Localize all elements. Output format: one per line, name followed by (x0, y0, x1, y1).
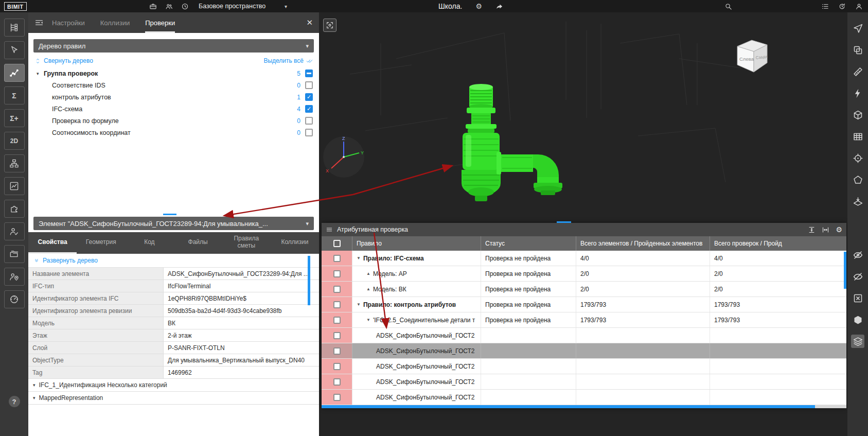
settings-gear-icon[interactable]: ⚙ (475, 3, 482, 10)
property-value[interactable]: 509db35a-ba2d-4d4f-93d3-9c4cabe938fb (164, 305, 319, 317)
tree-item-checkbox[interactable] (305, 69, 313, 77)
tool-model-tree[interactable] (4, 19, 25, 37)
property-value[interactable]: ADSK_СифонБутылочный_ГОСТ23289-94:Для ..… (164, 268, 319, 280)
projects-briefcase-icon[interactable] (149, 3, 157, 10)
tree-item[interactable]: Соответствие IDS 0 (33, 79, 314, 91)
tool-select-cursor[interactable] (4, 41, 25, 59)
tree-item[interactable]: контроль атрибутов 1 (33, 91, 314, 103)
properties-scrollbar[interactable] (308, 256, 310, 305)
property-value[interactable]: ВК (164, 317, 319, 329)
tool-hierarchy[interactable] (4, 154, 25, 172)
history-clock-icon[interactable] (181, 3, 189, 10)
tree-item-checkbox[interactable] (305, 81, 313, 89)
tree-item-checkbox[interactable] (305, 93, 313, 101)
rules-tree-header[interactable]: Дерево правил ▾ (33, 39, 314, 53)
cube-face-label[interactable]: Слева (739, 56, 754, 62)
row-checkbox[interactable] (333, 332, 341, 339)
tool-measure[interactable] (851, 65, 864, 78)
panel-tab[interactable]: Проверки (145, 12, 175, 33)
tool-2d-view[interactable]: 2D (4, 132, 25, 150)
tool-polygon-select[interactable] (851, 173, 864, 186)
tree-item[interactable]: Проверка по формуле 0 (33, 115, 314, 127)
property-value[interactable]: IfcFlowTerminal (164, 280, 319, 292)
sync-history-icon[interactable] (838, 3, 846, 10)
row-checkbox[interactable] (333, 378, 341, 386)
tree-item[interactable]: Соотносимость координат 0 (33, 127, 314, 138)
tool-plugins[interactable] (4, 200, 25, 218)
help-button[interactable]: ? (9, 396, 20, 407)
tool-sum-add[interactable]: Σ+ (4, 109, 25, 127)
column-header-elements[interactable]: Всего элементов / Пройденных элементов (576, 236, 710, 251)
navigation-cube[interactable]: Слева Сзади (733, 35, 770, 76)
element-tab[interactable]: Файлы (174, 232, 222, 254)
row-marker[interactable]: ▼ (357, 302, 361, 307)
horizontal-scrollbar[interactable] (322, 405, 815, 408)
tree-item[interactable]: IFC-схема 4 (33, 103, 314, 115)
table-row[interactable]: ADSK_СифонБутылочный_ГОСТ2 (322, 390, 846, 405)
table-row[interactable]: ADSK_СифонБутылочный_ГОСТ2 (322, 328, 846, 343)
element-tab[interactable]: Свойства (28, 232, 77, 254)
row-checkbox[interactable] (333, 270, 341, 277)
tool-copy-view[interactable] (851, 43, 864, 57)
tool-checks-module[interactable] (4, 64, 25, 82)
tool-projects-folders[interactable] (4, 245, 25, 263)
list-menu-icon[interactable] (821, 3, 829, 10)
panel-resize-handle[interactable] (163, 214, 176, 215)
axis-gizmo[interactable]: Z Y X (323, 136, 364, 178)
tree-item-checkbox[interactable] (305, 117, 313, 125)
table-row[interactable]: ▲ Модель: ВК Проверка не пройдена 2/0 2/… (322, 282, 846, 297)
property-group[interactable]: ▾ IFC_1_Идентификация Несколько категори… (28, 379, 319, 392)
row-checkbox[interactable] (333, 301, 341, 308)
table-menu-icon[interactable] (326, 226, 333, 233)
tool-isolate[interactable] (851, 313, 864, 326)
table-settings-gear-icon[interactable]: ⚙ (836, 226, 842, 233)
property-value[interactable]: Для умывальника_Вертикальный выпуск_DN40 (164, 354, 319, 366)
tool-user-tasks[interactable] (4, 222, 25, 240)
property-value[interactable]: 1eQPH8Ri97QBBMtIDHiYe$ (164, 292, 319, 304)
select-all-checkbox[interactable] (333, 240, 341, 247)
share-icon[interactable] (495, 3, 503, 10)
property-value[interactable]: 2-й этаж (164, 329, 319, 341)
row-marker[interactable]: ▼ (366, 318, 370, 322)
element-tab[interactable]: Код (125, 232, 173, 254)
row-marker[interactable]: ▼ (357, 256, 361, 260)
column-header-rule[interactable]: Правило (352, 236, 481, 251)
table-row[interactable]: ADSK_СифонБутылочный_ГОСТ2 (322, 374, 846, 390)
column-header-status[interactable]: Статус (481, 236, 576, 251)
panel-tab[interactable]: Коллизии (100, 12, 130, 33)
table-row[interactable]: ▼ Правило: IFC-схема Проверка не пройден… (322, 251, 846, 266)
user-profile-icon[interactable] (855, 3, 863, 10)
close-panel-icon[interactable]: ✕ (306, 18, 313, 27)
zoom-extents-button[interactable] (323, 19, 336, 32)
tool-clip-plane[interactable] (851, 195, 864, 208)
tool-charts[interactable] (4, 177, 25, 195)
element-tab[interactable]: Коллизии (271, 232, 319, 254)
panel-menu-icon[interactable] (34, 18, 44, 27)
vertical-scrollbar[interactable] (844, 252, 846, 289)
tree-item-checkbox[interactable] (305, 105, 313, 113)
property-value[interactable]: 1469962 (164, 367, 319, 378)
row-checkbox[interactable] (333, 286, 341, 293)
fit-width-icon[interactable] (822, 226, 829, 234)
fit-height-icon[interactable] (808, 226, 816, 234)
tool-dashboard[interactable] (4, 290, 25, 308)
collaboration-users-icon[interactable] (165, 3, 173, 10)
tree-item-checkbox[interactable] (305, 129, 313, 136)
tool-layers[interactable] (851, 335, 864, 348)
element-selector[interactable]: Элемент "ADSK_СифонБутылочный_ГОСТ23289-… (33, 217, 314, 230)
row-checkbox[interactable] (333, 394, 341, 401)
panel-tab[interactable]: Настройки (52, 12, 85, 33)
table-row[interactable]: ADSK_СифонБутылочный_ГОСТ2 (322, 359, 846, 374)
tool-show-hidden[interactable] (851, 270, 864, 283)
row-checkbox[interactable] (333, 317, 341, 324)
selected-element-3d[interactable] (462, 84, 562, 201)
table-row[interactable]: ▼ 'IFC_2.5_Соединительные детали т Прове… (322, 312, 846, 328)
tree-item-marker[interactable]: ▾ (37, 71, 44, 76)
row-marker[interactable]: ▲ (366, 271, 370, 276)
row-checkbox[interactable] (333, 347, 341, 355)
search-icon[interactable] (724, 3, 732, 10)
tool-locate[interactable] (851, 151, 864, 165)
tool-navigate[interactable] (851, 22, 864, 35)
element-tab[interactable]: Геометрия (77, 232, 125, 254)
select-all-link[interactable]: Выделить всё (263, 57, 313, 64)
